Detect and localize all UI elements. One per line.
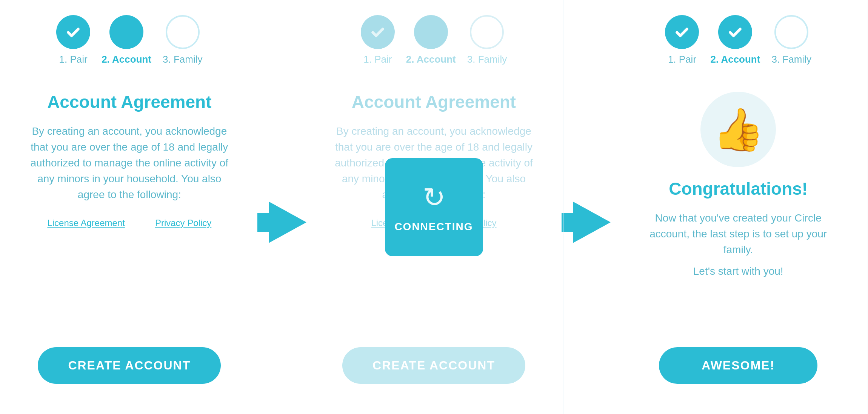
create-account-button-1[interactable]: CREATE ACCOUNT [38, 347, 221, 384]
panel-congratulations: 1. Pair 2. Account 3. Family 👍 Congratul… [609, 0, 868, 414]
section-title-2: Account Agreement [352, 92, 516, 112]
thumbs-up-icon: 👍 [713, 105, 764, 154]
step-circle-account-3 [718, 15, 752, 49]
links-row-1: License Agreement Privacy Policy [47, 218, 211, 228]
step-indicators-2: 1. Pair 2. Account 3. Family [361, 15, 507, 65]
connecting-overlay: ↻ CONNECTING [385, 158, 483, 256]
thumbs-up-container: 👍 [700, 92, 776, 167]
step-account-2: 2. Account [406, 15, 456, 65]
step-indicators-3: 1. Pair 2. Account 3. Family [665, 15, 811, 65]
step-indicators-1: 1. Pair 2. Account 3. Family [56, 15, 202, 65]
panel-connecting: 1. Pair 2. Account 3. Family Account Agr… [305, 0, 564, 414]
step-circle-pair-1 [56, 15, 90, 49]
step-pair-3: 1. Pair [665, 15, 699, 65]
step-account-1: 2. Account [102, 15, 151, 65]
step-circle-account-2 [414, 15, 448, 49]
step-label-account-1: 2. Account [102, 54, 151, 65]
license-agreement-link[interactable]: License Agreement [47, 218, 125, 228]
section-title-1: Account Agreement [47, 92, 211, 112]
awesome-button[interactable]: AWESOME! [659, 347, 817, 384]
step-circle-account-1 [109, 15, 143, 49]
privacy-policy-link[interactable]: Privacy Policy [155, 218, 211, 228]
step-label-account-3: 2. Account [710, 54, 760, 65]
step-circle-pair-2 [361, 15, 395, 49]
step-label-family-1: 3. Family [163, 54, 202, 65]
connecting-spin-icon: ↻ [423, 182, 445, 213]
step-family-1: 3. Family [163, 15, 202, 65]
step-family-2: 3. Family [467, 15, 507, 65]
step-account-3: 2. Account [710, 15, 760, 65]
step-label-account-2: 2. Account [406, 54, 456, 65]
congrats-sub: Let's start with you! [693, 265, 783, 277]
panel-account-agreement: 1. Pair 2. Account 3. Family Account Agr… [0, 0, 259, 414]
step-circle-pair-3 [665, 15, 699, 49]
step-label-family-3: 3. Family [771, 54, 811, 65]
congrats-body: Now that you've created your Circle acco… [644, 210, 833, 258]
content-area-3: 👍 Congratulations! Now that you've creat… [631, 84, 845, 347]
step-label-pair-1: 1. Pair [59, 54, 88, 65]
section-body-1: By creating an account, you acknowledge … [28, 123, 231, 203]
step-pair-1: 1. Pair [56, 15, 90, 65]
content-area-1: Account Agreement By creating an account… [23, 84, 236, 347]
create-account-button-2: CREATE ACCOUNT [342, 347, 525, 384]
step-circle-family-1 [166, 15, 200, 49]
step-circle-family-2 [470, 15, 504, 49]
connecting-label: CONNECTING [394, 221, 473, 233]
step-label-pair-3: 1. Pair [668, 54, 696, 65]
arrow-1 [259, 0, 305, 414]
step-label-family-2: 3. Family [467, 54, 507, 65]
section-title-3: Congratulations! [669, 179, 808, 199]
step-circle-family-3 [774, 15, 808, 49]
step-pair-2: 1. Pair [361, 15, 395, 65]
step-family-3: 3. Family [771, 15, 811, 65]
arrow-2 [563, 0, 609, 414]
step-label-pair-2: 1. Pair [363, 54, 392, 65]
